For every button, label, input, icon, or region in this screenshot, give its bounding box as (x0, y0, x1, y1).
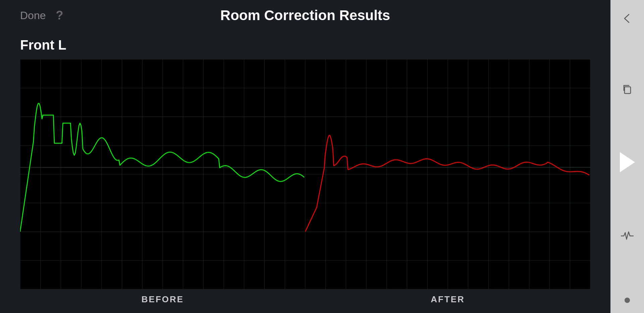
copy-icon[interactable] (619, 80, 636, 97)
back-icon[interactable] (619, 10, 636, 27)
sidebar (610, 0, 644, 313)
charts-container: BEFORE AFTER (20, 59, 590, 310)
next-button[interactable] (615, 150, 639, 174)
pulse-icon[interactable] (619, 228, 636, 244)
speaker-label: Front L (20, 38, 590, 53)
page-title: Room Correction Results (220, 7, 390, 23)
header: Done ? Room Correction Results (20, 0, 590, 31)
after-chart-wrapper: AFTER (305, 59, 590, 310)
after-chart-area (305, 59, 590, 289)
help-button[interactable]: ? (56, 8, 63, 22)
main-content: Done ? Room Correction Results Front L B… (0, 0, 610, 313)
before-chart-area (20, 59, 305, 289)
before-canvas (20, 59, 305, 289)
after-canvas (305, 59, 590, 289)
after-label: AFTER (305, 289, 590, 310)
done-button[interactable]: Done (20, 9, 46, 22)
svg-marker-1 (620, 152, 635, 172)
svg-rect-0 (625, 87, 631, 93)
before-chart-wrapper: BEFORE (20, 59, 305, 310)
indicator-dot (625, 298, 630, 303)
before-label: BEFORE (20, 289, 305, 310)
